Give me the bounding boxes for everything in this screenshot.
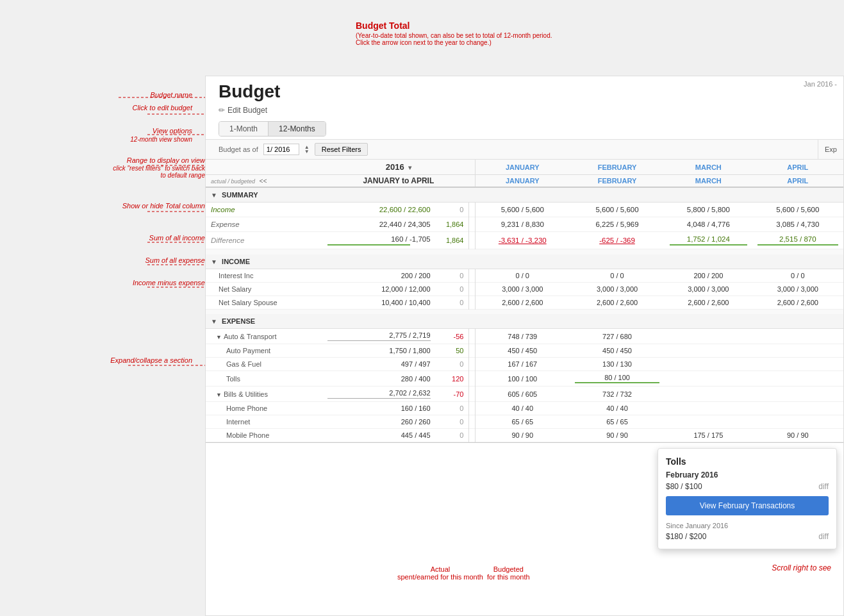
bills-utilities-period: 2,702 / 2,632 (322, 387, 435, 402)
bottom-annotation-budgeted: Budgetedfor this month (487, 565, 530, 581)
filter-spinner[interactable]: ▲ ▼ (304, 145, 310, 154)
expense-label: Expense (206, 217, 322, 232)
net-salary-period: 12,000 / 12,000 (322, 282, 435, 296)
year-label: 2016 (386, 162, 404, 172)
annotation-expand-collapse: Expand/collapse a section (38, 356, 192, 364)
spacer-row-1 (206, 249, 843, 254)
gas-fuel-apr (752, 358, 843, 371)
difference-label: Difference (206, 232, 322, 249)
expense-period-value: 22,440 / 24,305 (322, 217, 435, 232)
tolls-period: 280 / 400 (322, 371, 435, 387)
bills-utilities-apr (752, 387, 843, 402)
reset-filters-button[interactable]: Reset Filters (315, 143, 368, 156)
auto-transport-toggle[interactable]: ▼ (216, 334, 222, 340)
tolls-row: Tolls 280 / 400 120 100 / 100 80 / 100 (206, 371, 843, 387)
filter-date-input[interactable] (263, 144, 299, 155)
bills-utilities-toggle[interactable]: ▼ (216, 392, 222, 398)
auto-transport-row: ▼Auto & Transport 2,775 / 2,719 -56 748 … (206, 329, 843, 344)
tolls-apr (752, 371, 843, 387)
home-phone-label: Home Phone (206, 402, 322, 415)
year-arrow-icon[interactable]: ▾ (408, 164, 411, 171)
bills-utilities-label: ▼Bills & Utilities (206, 387, 322, 402)
auto-payment-diff: 50 (436, 344, 469, 358)
gas-fuel-feb: 130 / 130 (570, 358, 665, 371)
tolls-mar (665, 371, 752, 387)
tolls-tooltip: Tolls February 2016 $80 / $100 diff View… (658, 448, 837, 549)
income-toggle-icon[interactable]: ▼ (211, 258, 217, 265)
difference-period-value: 160 / -1,705 (322, 232, 435, 249)
nav-arrow-icon[interactable]: << (260, 178, 267, 185)
home-phone-jan: 40 / 40 (475, 402, 570, 415)
auto-payment-row: Auto Payment 1,750 / 1,800 50 450 / 450 … (206, 344, 843, 358)
mobile-phone-mar: 175 / 175 (665, 429, 752, 442)
budget-table-container: 2016 ▾ JANUARY FEBRUARY MARCH APRIL (206, 160, 843, 442)
net-salary-spouse-jan: 2,600 / 2,600 (475, 296, 570, 309)
top-right-date: Jan 2016 - (804, 80, 837, 88)
bills-utilities-row: ▼Bills & Utilities 2,702 / 2,632 -70 605… (206, 387, 843, 402)
net-salary-feb: 3,000 / 3,000 (570, 282, 665, 296)
budget-total-annotation: Budget Total (Year-to-date total shown, … (356, 21, 552, 46)
summary-section-header: ▼ SUMMARY (206, 187, 843, 203)
interest-inc-period: 200 / 200 (322, 269, 435, 282)
annotation-show-hide: Show or hide Total column (13, 202, 205, 210)
tab-12months[interactable]: 12-Months (269, 122, 326, 136)
annotation-sum-income: Sum of all income (32, 234, 205, 242)
mobile-phone-label: Mobile Phone (206, 429, 322, 442)
income-feb: 5,600 / 5,600 (570, 203, 665, 217)
edit-icon: ✏ (219, 106, 225, 115)
auto-transport-mar (665, 329, 752, 344)
spinner-down-icon[interactable]: ▼ (304, 149, 310, 154)
net-salary-spouse-label: Net Salary Spouse (206, 296, 322, 309)
view-transactions-button[interactable]: View February Transactions (666, 496, 829, 515)
internet-period: 260 / 260 (322, 415, 435, 429)
expense-period-diff: 1,864 (436, 217, 469, 232)
home-phone-mar (665, 402, 752, 415)
expense-toggle-icon[interactable]: ▼ (211, 318, 217, 325)
net-salary-label: Net Salary (206, 282, 322, 296)
internet-apr (752, 415, 843, 429)
bills-utilities-jan: 605 / 605 (475, 387, 570, 402)
annotation-view-options: View options (64, 127, 192, 135)
auto-transport-diff: -56 (436, 329, 469, 344)
budget-header-section: Budget ✏ Edit Budget (206, 76, 843, 119)
expense-jan: 9,231 / 8,830 (475, 217, 570, 232)
net-salary-spouse-apr: 2,600 / 2,600 (752, 296, 843, 309)
exp-badge: Exp (818, 140, 843, 159)
summary-toggle-icon[interactable]: ▼ (211, 192, 217, 199)
net-salary-spouse-period: 10,400 / 10,400 (322, 296, 435, 309)
home-phone-diff: 0 (436, 402, 469, 415)
tab-1month[interactable]: 1-Month (219, 122, 269, 136)
home-phone-feb: 40 / 40 (570, 402, 665, 415)
month-mar-header: MARCH (695, 163, 722, 171)
spacer-row-2 (206, 309, 843, 314)
auto-payment-mar (665, 344, 752, 358)
difference-feb: -625 / -369 (570, 232, 665, 249)
edit-budget-button[interactable]: ✏ Edit Budget (219, 104, 267, 116)
mobile-phone-feb: 90 / 90 (570, 429, 665, 442)
home-phone-period: 160 / 160 (322, 402, 435, 415)
tooltip-diff-label: diff (818, 482, 829, 491)
gas-fuel-label: Gas & Fuel (206, 358, 322, 371)
net-salary-jan: 3,000 / 3,000 (475, 282, 570, 296)
auto-payment-jan: 450 / 450 (475, 344, 570, 358)
interest-inc-mar: 200 / 200 (665, 269, 752, 282)
bills-utilities-mar (665, 387, 752, 402)
filter-label: Budget as of (219, 146, 258, 153)
expense-section-header: ▼ EXPENSE (206, 314, 843, 329)
net-salary-row: Net Salary 12,000 / 12,000 0 3,000 / 3,0… (206, 282, 843, 296)
auto-transport-jan: 748 / 739 (475, 329, 570, 344)
tolls-diff: 120 (436, 371, 469, 387)
gas-fuel-mar (665, 358, 752, 371)
tolls-feb[interactable]: 80 / 100 (570, 371, 665, 387)
auto-transport-apr (752, 329, 843, 344)
income-apr: 5,600 / 5,600 (752, 203, 843, 217)
auto-payment-label: Auto Payment (206, 344, 322, 358)
internet-label: Internet (206, 415, 322, 429)
tolls-label: Tolls (206, 371, 322, 387)
interest-inc-apr: 0 / 0 (752, 269, 843, 282)
year-header-row: 2016 ▾ JANUARY FEBRUARY MARCH APRIL (206, 160, 843, 175)
bills-utilities-feb: 732 / 732 (570, 387, 665, 402)
month-jan-header: JANUARY (506, 163, 540, 171)
tooltip-title: Tolls (666, 456, 829, 467)
table-bottom-line (206, 442, 843, 443)
